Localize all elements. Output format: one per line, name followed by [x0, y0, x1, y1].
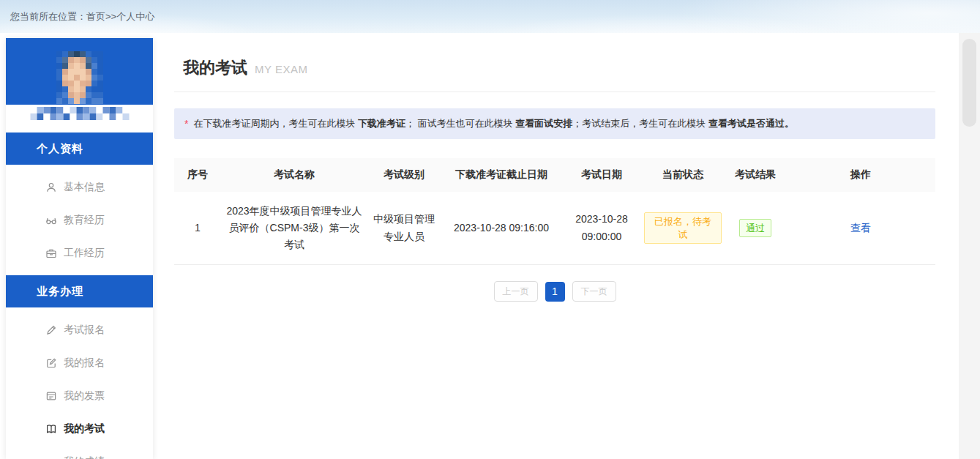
col-header-ticket-deadline: 下载准考证截止日期: [441, 168, 562, 182]
sidebar-item-exam-registration[interactable]: 考试报名: [6, 313, 153, 346]
sidebar-section-business: 业务办理: [6, 275, 153, 307]
col-header-status: 当前状态: [641, 168, 725, 182]
scrollbar-track[interactable]: [959, 33, 980, 459]
sidebar-item-my-invoice[interactable]: 我的发票: [6, 379, 153, 412]
sidebar: 个人资料 基本信息 教育经历 工作经历 业务办理 考: [6, 38, 153, 459]
cell-action: 查看: [786, 215, 935, 241]
main-content: 我的考试 MY EXAM * 在下载准考证周期内，考生可在此模块 下载准考证； …: [174, 44, 935, 302]
pagination: 上一页 1 下一页: [174, 281, 935, 302]
breadcrumb-home-link[interactable]: 首页: [86, 10, 105, 23]
col-header-action: 操作: [786, 168, 935, 182]
page-title-row: 我的考试 MY EXAM: [183, 57, 935, 79]
col-header-index: 序号: [174, 168, 221, 182]
cell-result: 通过: [725, 214, 786, 242]
cell-exam-level: 中级项目管理专业人员: [367, 206, 441, 249]
col-header-result: 考试结果: [725, 168, 786, 182]
cell-status: 已报名，待考试: [641, 208, 725, 248]
sidebar-item-basic-info[interactable]: 基本信息: [6, 171, 153, 204]
notice-banner: * 在下载准考证周期内，考生可在此模块 下载准考证； 面试考生也可在此模块 查看…: [174, 108, 935, 139]
cell-exam-date: 2023-10-28 09:00:00: [562, 206, 641, 249]
sidebar-item-education[interactable]: 教育经历: [6, 204, 153, 236]
col-header-exam-level: 考试级别: [367, 168, 441, 182]
page-subtitle: MY EXAM: [255, 63, 307, 75]
sidebar-item-my-registration[interactable]: 我的报名: [6, 346, 153, 379]
breadcrumb-current: 个人中心: [116, 10, 154, 23]
status-badge: 已报名，待考试: [644, 212, 722, 244]
cell-ticket-deadline: 2023-10-28 09:16:00: [441, 215, 562, 241]
breadcrumb: 您当前所在位置：首页>>个人中心: [0, 0, 980, 33]
pencil-icon: [45, 324, 57, 336]
sidebar-section-personal-info: 个人资料: [6, 133, 153, 165]
profile-name-blurred: [6, 105, 153, 122]
note-edit-icon: [45, 357, 57, 369]
briefcase-icon: [45, 247, 57, 259]
view-link[interactable]: 查看: [850, 222, 871, 234]
invoice-icon: [45, 390, 57, 402]
breadcrumb-separator: >>: [105, 11, 116, 22]
sidebar-item-work-history[interactable]: 工作经历: [6, 236, 153, 269]
current-page-button[interactable]: 1: [545, 282, 565, 302]
required-asterisk: *: [184, 116, 188, 132]
book-icon: [45, 423, 57, 435]
sidebar-item-my-exam[interactable]: 我的考试: [6, 412, 153, 445]
profile-header: [6, 38, 153, 105]
table-header-row: 序号 考试名称 考试级别 下载准考证截止日期 考试日期 当前状态 考试结果 操作: [174, 158, 935, 192]
cell-index: 1: [174, 215, 221, 241]
prev-page-button[interactable]: 上一页: [494, 281, 538, 302]
breadcrumb-prefix: 您当前所在位置：: [10, 10, 86, 23]
sidebar-menu-personal: 基本信息 教育经历 工作经历: [6, 165, 153, 275]
next-page-button[interactable]: 下一页: [572, 281, 616, 302]
title-divider: [174, 92, 935, 92]
cell-exam-name: 2023年度中级项目管理专业人员评价（CSPM-3级）第一次考试: [221, 198, 367, 258]
exam-table: 序号 考试名称 考试级别 下载准考证截止日期 考试日期 当前状态 考试结果 操作…: [174, 158, 935, 265]
col-header-exam-name: 考试名称: [221, 168, 367, 182]
sidebar-item-my-scores[interactable]: 我的成绩: [6, 445, 153, 459]
col-header-exam-date: 考试日期: [562, 168, 641, 182]
avatar: [56, 51, 103, 105]
notice-text: 在下载准考证周期内，考生可在此模块 下载准考证； 面试考生也可在此模块 查看面试…: [193, 116, 793, 131]
scrollbar-thumb[interactable]: [962, 39, 976, 127]
glasses-icon: [45, 456, 57, 459]
sidebar-menu-business: 考试报名 我的报名 我的发票 我的考试 我的成绩: [6, 307, 153, 459]
table-row: 1 2023年度中级项目管理专业人员评价（CSPM-3级）第一次考试 中级项目管…: [174, 192, 935, 265]
glasses-icon: [45, 214, 57, 226]
page-title: 我的考试: [183, 57, 247, 79]
result-badge: 通过: [739, 219, 771, 238]
user-icon: [45, 182, 57, 193]
